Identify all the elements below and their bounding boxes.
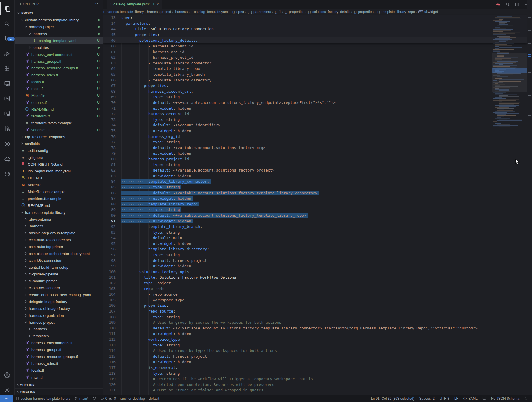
code-line-119[interactable]: 119# Determines if the workflow will tri…	[103, 376, 527, 382]
code-generator-icon[interactable]	[0, 122, 14, 135]
sticky-line-13[interactable]: 13spec:	[103, 15, 527, 21]
sticky-line-45[interactable]: 45properties:	[103, 32, 527, 38]
tree-folder-.devcontainer[interactable]: .devcontainer	[14, 216, 103, 223]
tree-file-Makefile[interactable]: MMakefileU	[14, 92, 103, 99]
tree-file-README.md[interactable]: ⓘREADME.md	[14, 202, 103, 209]
code-line-105[interactable]: 105- workspace_type	[103, 297, 527, 303]
code-line-71[interactable]: 71ui:widget: hidden	[103, 105, 527, 111]
tree-file-Makefile[interactable]: MMakefile	[14, 182, 103, 188]
tree-file-harness_resource_groups.tf[interactable]: harness_resource_groups.tfU	[14, 65, 103, 72]
code-line-102[interactable]: 102type: object	[103, 280, 527, 286]
breadcrumb-item-catalog_template.yaml[interactable]: !catalog_template.yaml	[191, 10, 229, 14]
tree-file-terraform.tfvars.example[interactable]: ≡terraform.tfvars.example	[14, 120, 103, 127]
breadcrumb-item-solutions_factory_details[interactable]: {}solutions_factory_details	[308, 10, 350, 14]
tree-file-harness_environments.tf[interactable]: harness_environments.tf	[14, 340, 103, 346]
code-line-61[interactable]: 61- harness_org_id	[103, 49, 527, 55]
tree-file-harness_groups.tf[interactable]: harness_groups.tfU	[14, 58, 103, 65]
code-line-91[interactable]: 91··············ui:widget: hidden	[103, 218, 527, 224]
status-indentation[interactable]: Spaces: 2	[419, 397, 435, 401]
tree-folder-idp_resource_templates[interactable]: idp_resource_templates	[14, 134, 103, 140]
run-debug-icon[interactable]	[0, 47, 14, 60]
status-notifications[interactable]	[524, 397, 528, 400]
kubernetes-icon[interactable]	[0, 138, 14, 150]
code-line-70[interactable]: 70default: <+<+variable.account.solution…	[103, 100, 527, 106]
code-line-111[interactable]: 111ui:widget: hidden	[103, 331, 527, 337]
remote-indicator[interactable]: ><	[0, 395, 13, 402]
code-line-90[interactable]: 90··············default: <+variable.acco…	[103, 213, 527, 218]
extensions-icon[interactable]	[0, 62, 14, 75]
status-feedback[interactable]	[482, 397, 486, 400]
tree-file-.gitignore[interactable]: ◈.gitignore	[14, 154, 103, 161]
code-line-95[interactable]: 95ui:widget: hidden	[103, 241, 527, 247]
code-line-114[interactable]: 114# Used to group by type the workspace…	[103, 348, 527, 354]
tree-file-.editorconfig[interactable]: ≡.editorconfig	[14, 147, 103, 154]
code-line-67[interactable]: 67properties:	[103, 83, 527, 89]
code-line-93[interactable]: 93type: string	[103, 229, 527, 235]
tree-file-harness_groups.tf[interactable]: harness_groups.tf	[14, 346, 103, 353]
code-line-81[interactable]: 81type: string	[103, 162, 527, 167]
code-line-88[interactable]: 88············template_library_repo:	[103, 201, 527, 207]
tree-file-idp_registration_mgr.yaml[interactable]: !idp_registration_mgr.yaml	[14, 168, 103, 175]
tree-folder-templates[interactable]: templates	[14, 333, 103, 340]
breadcrumb-item-ui:widget[interactable]: abcui:widget	[418, 10, 438, 14]
code-line-117[interactable]: 117is_ephemeral:	[103, 365, 527, 371]
containers-icon[interactable]	[0, 167, 14, 180]
code-line-77[interactable]: 77type: string	[103, 139, 527, 145]
tree-folder-ccm-cluster-orchestrator-deployment[interactable]: ccm-cluster-orchestrator-deployment	[14, 250, 103, 257]
tree-folder-harness-template-library[interactable]: harness-template-library	[14, 209, 103, 216]
breadcrumb-item-spec[interactable]: {}spec	[232, 10, 244, 14]
code-line-112[interactable]: 112workspace_type:	[103, 337, 527, 342]
tab-catalog-template-yaml[interactable]: ! catalog_template.yaml U ×	[107, 0, 162, 9]
code-line-83[interactable]: 83ui:widget: hidden	[103, 173, 527, 179]
status-cursor-position[interactable]: Ln 91, Col 32 (363 selected)	[371, 397, 414, 401]
tree-file-variables.tf[interactable]: variables.tfU	[14, 127, 103, 134]
code-line-97[interactable]: 97type: string	[103, 252, 527, 258]
tree-file-LICENSE[interactable]: LICENSE	[14, 175, 103, 182]
tree-file-providers.tf.example[interactable]: ≡providers.tf.example	[14, 195, 103, 202]
remote-explorer-icon[interactable]	[0, 77, 14, 90]
tree-folder-ci-golden-pipeline[interactable]: ci-golden-pipeline	[14, 271, 103, 278]
tree-folder-ci-module-primer[interactable]: ci-module-primer	[14, 278, 103, 285]
breadcrumb-item-1[interactable]: {}1	[274, 10, 281, 14]
code-line-103[interactable]: 103required:	[103, 286, 527, 292]
status-branch[interactable]: main*	[74, 397, 88, 401]
code-line-89[interactable]: 89··············type: string	[103, 207, 527, 213]
tree-folder-harness-ci-image-factory[interactable]: harness-ci-image-factory	[14, 305, 103, 312]
breadcrumb-item-properties[interactable]: {}properties	[353, 10, 373, 14]
code-line-80[interactable]: 80harness_project_id:	[103, 156, 527, 162]
status-schema[interactable]: No JSON Schema	[491, 397, 519, 401]
tree-file-locals.tf[interactable]: locals.tfU	[14, 79, 103, 85]
cloud-icon[interactable]	[0, 153, 14, 165]
sticky-line-14[interactable]: 14parameters:	[103, 21, 527, 26]
tree-folder-delegate-image-factory[interactable]: delegate-image-factory	[14, 298, 103, 305]
status-kube-context[interactable]: default	[149, 397, 159, 401]
code-line-121[interactable]: 121# Must be "true" or "false" and wrapp…	[103, 387, 527, 393]
code-line-110[interactable]: 110default: <+<+variable.account.solutio…	[103, 325, 527, 331]
code-line-78[interactable]: 78default: <+variable.account.solutions_…	[103, 145, 527, 150]
tree-folder-ccm-k8s-connectors[interactable]: ccm-k8s-connectors	[14, 257, 103, 264]
code-line-108[interactable]: 108type: string	[103, 314, 527, 320]
sticky-scroll[interactable]: 13spec:14parameters:44- title: Solutions…	[103, 15, 527, 43]
code-line-73[interactable]: 73type: string	[103, 117, 527, 123]
accounts-icon[interactable]	[0, 369, 14, 381]
code-line-107[interactable]: 107repo_source:	[103, 308, 527, 314]
tree-folder-harness-project[interactable]: harness-project	[14, 319, 103, 326]
status-sync[interactable]	[92, 397, 96, 400]
tree-folder-custom-harness-template-library[interactable]: custom-harness-template-library	[14, 17, 103, 24]
tree-folder-scaffolds[interactable]: scaffolds	[14, 140, 103, 147]
tree-file-harness_resource_groups.tf[interactable]: harness_resource_groups.tf	[14, 353, 103, 360]
breadcrumb-item-properties[interactable]: {}properties	[284, 10, 304, 14]
tree-file-main.tf[interactable]: main.tf	[14, 374, 103, 381]
tree-folder-.harness[interactable]: .harness	[14, 31, 103, 37]
breadcrumb-item-.harness[interactable]: .harness	[174, 10, 188, 14]
code-line-62[interactable]: 62- harness_project_id	[103, 55, 527, 60]
tree-folder-harness-organization[interactable]: harness-organization	[14, 312, 103, 319]
status-language[interactable]: {} YAML	[463, 397, 478, 401]
status-repo[interactable]: custom-harness-template-library	[16, 397, 70, 401]
sticky-line-46[interactable]: 46solutions_factory_details:	[103, 37, 527, 43]
minimap[interactable]	[492, 15, 527, 395]
tree-file-README.md[interactable]: ⓘREADME.mdU	[14, 106, 103, 113]
tab-close-icon[interactable]: ×	[157, 2, 159, 7]
status-rancher-desktop[interactable]: rancher-desktop	[120, 397, 145, 401]
code-line-104[interactable]: 104- repo_source	[103, 292, 527, 297]
